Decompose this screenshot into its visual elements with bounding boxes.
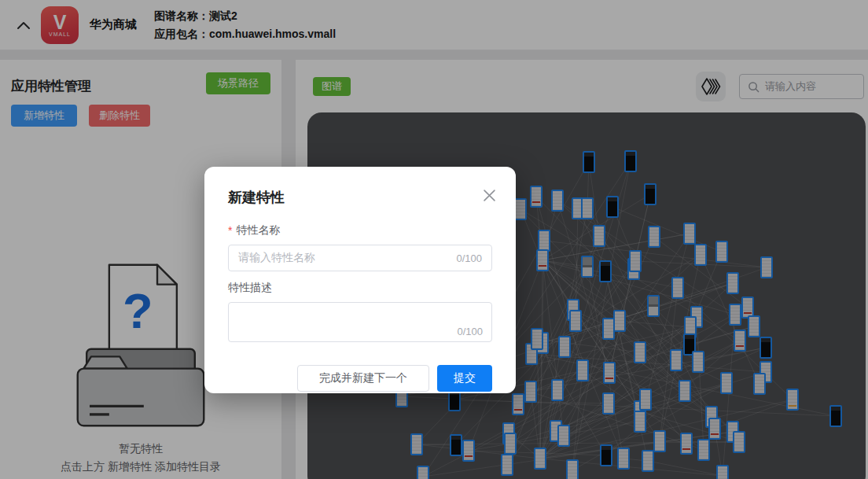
required-mark: * <box>228 224 232 237</box>
submit-button[interactable]: 提交 <box>437 365 492 392</box>
dialog-title: 新建特性 <box>228 188 492 207</box>
new-feature-dialog: 新建特性 * 特性名称 请输入特性名称 0/100 特性描述 0/100 完成并… <box>204 167 516 393</box>
feature-desc-label: 特性描述 <box>228 281 272 295</box>
feature-name-counter: 0/100 <box>456 252 482 264</box>
finish-and-new-button[interactable]: 完成并新建下一个 <box>297 365 429 392</box>
feature-desc-counter: 0/100 <box>457 326 483 337</box>
app-window: V VMALL 华为商城 图谱名称：测试2 应用包名：com.huawei.hm… <box>0 0 868 479</box>
feature-desc-textarea[interactable]: 0/100 <box>228 302 492 342</box>
feature-name-label: 特性名称 <box>236 223 280 238</box>
feature-name-placeholder: 请输入特性名称 <box>238 251 315 265</box>
feature-name-input[interactable]: 请输入特性名称 0/100 <box>228 245 492 271</box>
close-icon[interactable] <box>481 187 497 203</box>
